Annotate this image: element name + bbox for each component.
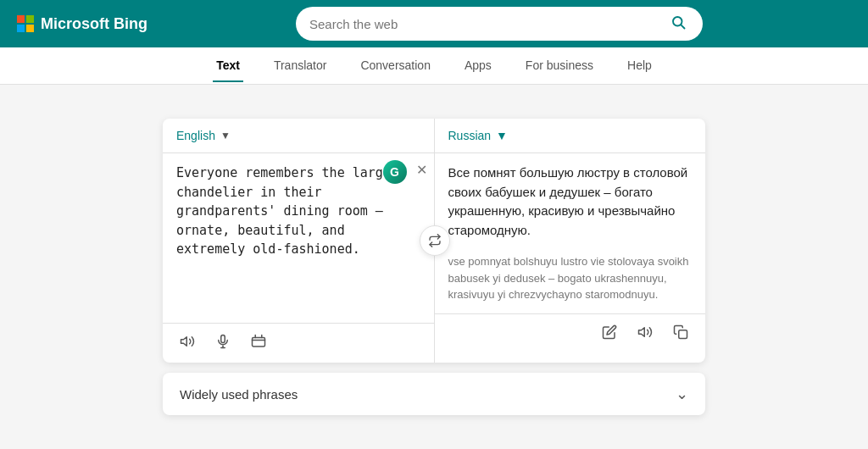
edit-icon (602, 324, 617, 340)
fullscreen-icon (251, 334, 266, 349)
speaker-icon (180, 334, 195, 349)
fullscreen-button[interactable] (248, 330, 270, 356)
translated-text: Все помнят большую люстру в столовой сво… (435, 153, 706, 250)
speak-source-button[interactable] (176, 330, 198, 356)
copy-translation-button[interactable] (670, 321, 692, 346)
nav-item-translator[interactable]: Translator (270, 50, 331, 82)
target-language-selector[interactable]: Russian ▼ (435, 119, 706, 153)
search-icon (670, 14, 686, 30)
target-language-label: Russian (448, 129, 492, 142)
swap-icon (428, 234, 442, 247)
edit-translation-button[interactable] (598, 321, 620, 346)
widely-used-phrases-bar[interactable]: Widely used phrases ⌄ (163, 373, 705, 415)
speak-translation-button[interactable] (634, 321, 656, 346)
panels-row: English ▼ G ✕ (163, 119, 705, 363)
clear-text-button[interactable]: ✕ (416, 162, 427, 178)
svg-rect-3 (221, 335, 225, 343)
target-panel-toolbar (435, 313, 706, 353)
svg-rect-6 (253, 338, 265, 347)
svg-marker-10 (639, 327, 645, 336)
search-input[interactable] (309, 17, 667, 31)
grammarly-icon[interactable]: G (383, 160, 407, 184)
target-lang-chevron-icon: ▼ (496, 129, 508, 142)
nav-bar: Text Translator Conversation Apps For bu… (0, 47, 868, 85)
speaker-translation-icon (637, 324, 653, 340)
microphone-button[interactable] (212, 330, 234, 356)
target-panel: Russian ▼ Все помнят большую люстру в ст… (435, 119, 706, 363)
nav-item-text[interactable]: Text (213, 50, 243, 82)
search-button[interactable] (667, 11, 689, 37)
svg-marker-2 (181, 337, 187, 346)
source-panel: English ▼ G ✕ (163, 119, 435, 363)
source-language-label: English (176, 129, 215, 142)
nav-item-help[interactable]: Help (624, 50, 655, 82)
bing-logo[interactable]: Microsoft Bing (17, 15, 147, 33)
phrases-label: Widely used phrases (180, 387, 298, 402)
source-text-wrapper: G ✕ (163, 153, 434, 323)
source-text-input[interactable] (176, 164, 420, 299)
nav-item-for-business[interactable]: For business (522, 50, 597, 82)
romanized-text: vse pomnyat bolshuyu lustro vie stolovay… (435, 250, 706, 313)
translation-panels: English ▼ G ✕ (163, 119, 705, 363)
search-bar (296, 7, 703, 41)
logo-text: Microsoft Bing (41, 15, 147, 33)
nav-item-apps[interactable]: Apps (461, 50, 495, 82)
swap-languages-button[interactable] (420, 225, 450, 256)
main-content: English ▼ G ✕ (0, 85, 868, 432)
nav-item-conversation[interactable]: Conversation (357, 50, 434, 82)
phrases-chevron-icon: ⌄ (676, 385, 688, 403)
microphone-icon (215, 334, 231, 349)
source-language-selector[interactable]: English ▼ (163, 119, 434, 153)
svg-line-1 (681, 25, 684, 28)
microsoft-logo-icon (17, 15, 34, 32)
source-lang-chevron-icon: ▼ (220, 130, 231, 141)
translator-container: English ▼ G ✕ (163, 119, 705, 415)
search-bar-container (147, 7, 851, 41)
header: Microsoft Bing (0, 0, 868, 47)
copy-icon (673, 324, 688, 340)
source-panel-toolbar (163, 323, 434, 363)
svg-rect-11 (679, 330, 687, 338)
